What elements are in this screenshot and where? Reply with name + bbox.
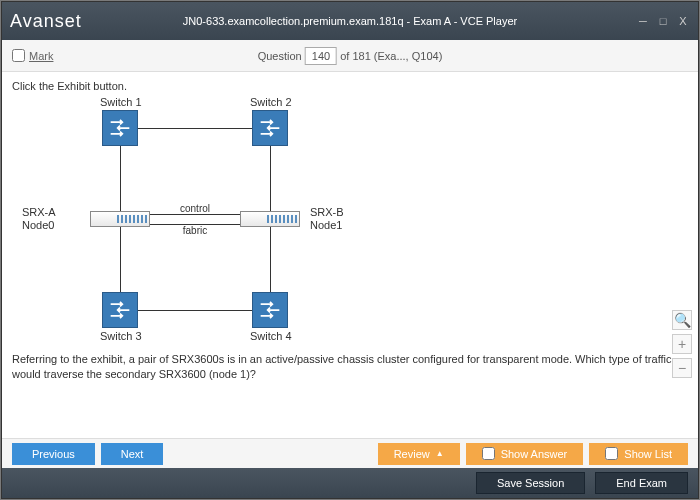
session-toolbar: Save Session End Exam [2, 468, 698, 498]
review-button[interactable]: Review▲ [378, 443, 460, 465]
review-label: Review [394, 448, 430, 460]
srxa-icon [90, 211, 150, 227]
app-logo: Avanset [10, 11, 82, 32]
maximize-button[interactable]: □ [656, 15, 670, 27]
show-list-checkbox[interactable] [605, 447, 618, 460]
zoom-out-button[interactable]: − [672, 358, 692, 378]
mark-checkbox[interactable] [12, 49, 25, 62]
question-indicator: Question 140 of 181 (Exa..., Q104) [258, 47, 443, 65]
minus-icon: − [678, 360, 686, 376]
srxa-label: SRX-A Node0 [22, 206, 56, 232]
question-bar: Mark Question 140 of 181 (Exa..., Q104) [2, 40, 698, 72]
magnifier-icon: 🔍 [674, 312, 691, 328]
question-word: Question [258, 50, 302, 62]
close-button[interactable]: X [676, 15, 690, 27]
question-number-input[interactable]: 140 [305, 47, 337, 65]
app-window: Avanset JN0-633.examcollection.premium.e… [1, 1, 699, 499]
previous-button[interactable]: Previous [12, 443, 95, 465]
zoom-controls: 🔍 + − [672, 310, 692, 378]
switch1-icon [102, 110, 138, 146]
switch4-icon [252, 292, 288, 328]
srxb-label: SRX-B Node1 [310, 206, 344, 232]
switch2-icon [252, 110, 288, 146]
nav-toolbar: Previous Next Review▲ Show Answer Show L… [2, 438, 698, 468]
diagram-line [270, 146, 271, 211]
switch1-label: Switch 1 [100, 96, 142, 108]
diagram-line [150, 214, 240, 215]
titlebar: Avanset JN0-633.examcollection.premium.e… [2, 2, 698, 40]
zoom-reset-button[interactable]: 🔍 [672, 310, 692, 330]
question-of-text: of 181 (Exa..., Q104) [340, 50, 442, 62]
minimize-button[interactable]: ─ [636, 15, 650, 27]
end-exam-button[interactable]: End Exam [595, 472, 688, 494]
show-list-label: Show List [624, 448, 672, 460]
diagram-line [138, 310, 252, 311]
switch4-label: Switch 4 [250, 330, 292, 342]
diagram-line [120, 227, 121, 292]
chevron-up-icon: ▲ [436, 449, 444, 458]
question-text: Referring to the exhibit, a pair of SRX3… [12, 352, 688, 383]
next-button[interactable]: Next [101, 443, 164, 465]
show-answer-button[interactable]: Show Answer [466, 443, 584, 465]
content-area: Click the Exhibit button. Switch 1 Switc… [2, 72, 698, 438]
switch3-icon [102, 292, 138, 328]
switch2-label: Switch 2 [250, 96, 292, 108]
plus-icon: + [678, 336, 686, 352]
exhibit-instruction: Click the Exhibit button. [12, 80, 688, 92]
window-controls: ─ □ X [636, 15, 690, 27]
network-diagram: Switch 1 Switch 2 SRX-A Node0 SRX-B Node… [52, 96, 412, 346]
mark-label[interactable]: Mark [29, 50, 53, 62]
fabric-link-label: fabric [170, 225, 220, 236]
diagram-line [270, 227, 271, 292]
switch3-label: Switch 3 [100, 330, 142, 342]
zoom-in-button[interactable]: + [672, 334, 692, 354]
show-answer-label: Show Answer [501, 448, 568, 460]
diagram-line [138, 128, 252, 129]
save-session-button[interactable]: Save Session [476, 472, 585, 494]
srxb-icon [240, 211, 300, 227]
show-list-button[interactable]: Show List [589, 443, 688, 465]
window-title: JN0-633.examcollection.premium.exam.181q… [183, 15, 517, 27]
control-link-label: control [170, 203, 220, 214]
diagram-line [120, 146, 121, 211]
show-answer-checkbox[interactable] [482, 447, 495, 460]
